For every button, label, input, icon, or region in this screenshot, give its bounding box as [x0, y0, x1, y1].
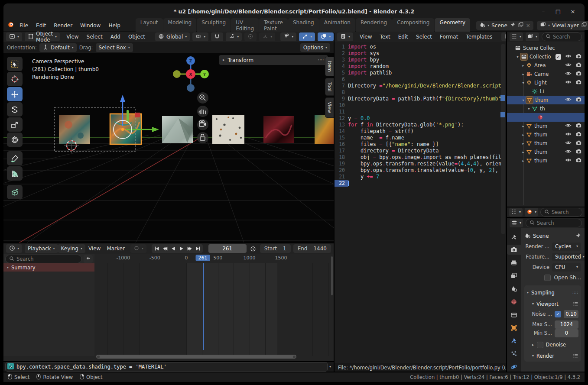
menu-edit[interactable]: Edit: [32, 21, 50, 30]
properties-editor-type-button[interactable]: ▾: [510, 219, 523, 227]
expand-arrow-icon[interactable]: ▾: [515, 55, 520, 59]
feature-dropdown[interactable]: Supported▾: [552, 253, 585, 261]
tool-scale-button[interactable]: [7, 117, 23, 132]
hide-eye-icon[interactable]: [565, 157, 572, 165]
stopwatch-icon[interactable]: [249, 245, 257, 252]
sampling-panel-header[interactable]: ▾Sampling ∷∷: [527, 288, 578, 298]
properties-search-input[interactable]: Search: [526, 219, 582, 227]
sidebar-tab-item[interactable]: Item: [325, 57, 334, 76]
text-menu-edit[interactable]: Edit: [394, 32, 412, 41]
expand-arrow-icon[interactable]: ▸: [521, 64, 526, 68]
disable-render-icon[interactable]: [575, 122, 582, 130]
new-viewlayer-icon[interactable]: [581, 22, 587, 29]
code-line[interactable]: 19 bpy.ops.transform.resize(value=(4,4,4…: [335, 161, 506, 167]
expand-arrow-icon[interactable]: ▸: [521, 72, 526, 76]
panel-grip[interactable]: ∷∷: [573, 291, 578, 295]
code-line[interactable]: 7Directory ="/home/gini/Dev/Blender/Blen…: [335, 83, 506, 89]
code-line[interactable]: 4import random: [335, 63, 506, 70]
tool-orientation-dropdown[interactable]: Default▾: [39, 43, 77, 52]
close-button[interactable]: ×: [567, 7, 578, 16]
properties-tab-object[interactable]: [507, 323, 521, 333]
outliner-row-thum[interactable]: ▸thum: [507, 156, 585, 165]
disable-render-icon[interactable]: [575, 53, 582, 61]
proportional-edit-toggle[interactable]: [244, 32, 257, 41]
expand-arrow-icon[interactable]: ▾: [521, 81, 526, 85]
expand-arrow-icon[interactable]: ▸: [521, 150, 526, 154]
expand-arrow-icon[interactable]: ▾: [526, 107, 531, 111]
disable-render-icon[interactable]: [575, 139, 582, 147]
workspace-tab-shading[interactable]: Shading: [288, 18, 319, 33]
outliner-row-th[interactable]: ▾th: [507, 104, 585, 113]
outliner-row-thum[interactable]: ▸thum: [507, 122, 585, 130]
code-line[interactable]: 11: [335, 109, 506, 115]
tool-move-button[interactable]: [7, 87, 23, 101]
tool-cursor-button[interactable]: [7, 72, 23, 86]
hide-eye-icon[interactable]: [565, 53, 572, 61]
outliner-filter-button[interactable]: ▾: [526, 32, 539, 41]
unlink-scene-icon[interactable]: ×: [526, 23, 530, 29]
code-line[interactable]: 22: [335, 180, 506, 187]
visibility-dropdown[interactable]: ▾: [280, 32, 296, 41]
workspace-tab-compositing[interactable]: Compositing: [392, 18, 434, 33]
code-line[interactable]: 14 filepath = str(f): [335, 128, 506, 135]
disable-render-icon[interactable]: [575, 96, 582, 104]
viewlayer-selector[interactable]: ▾ ViewLayer ×: [537, 21, 588, 30]
disable-render-icon[interactable]: [575, 148, 582, 156]
jump-to-start-button[interactable]: [153, 245, 161, 252]
denoise-panel-header[interactable]: ▸ Denoise: [532, 340, 578, 349]
properties-tab-collection[interactable]: [507, 310, 521, 320]
properties-tab-tool[interactable]: [507, 232, 521, 242]
hide-eye-icon[interactable]: [565, 131, 572, 139]
disable-render-icon[interactable]: [575, 157, 582, 165]
collection-checkbox[interactable]: ✓: [556, 54, 561, 60]
code-line[interactable]: 5import pathlib: [335, 70, 506, 76]
workspace-tab-animation[interactable]: Animation: [319, 18, 355, 33]
text-menu-view[interactable]: View: [356, 32, 376, 41]
snap-dropdown[interactable]: ▾: [226, 32, 242, 41]
properties-tab-viewlayer[interactable]: [507, 271, 521, 281]
code-line[interactable]: 9DirectoryData = pathlib.Path(f"{Directo…: [335, 96, 506, 102]
workspace-tab-uv-editing[interactable]: UV Editing: [231, 18, 259, 33]
outliner-row-scene-collec[interactable]: Scene Collec: [507, 44, 585, 52]
outliner-row-thum[interactable]: ▸thum: [507, 139, 585, 148]
orientation-dropdown[interactable]: Global▾: [155, 32, 190, 41]
min-samples-value[interactable]: 0: [555, 329, 578, 337]
properties-tab-render[interactable]: [507, 245, 521, 255]
timeline-menu-playback[interactable]: Playback▾: [25, 244, 58, 253]
new-scene-icon[interactable]: [518, 22, 524, 29]
current-frame-field[interactable]: 261: [208, 244, 247, 253]
timeline-hscrollbar[interactable]: [96, 355, 296, 359]
code-line[interactable]: 17 directory = DirectoryData: [335, 148, 506, 154]
code-area[interactable]: 1import os2import sys3import bpy4import …: [335, 42, 506, 363]
timeline-search-input[interactable]: Search: [5, 255, 82, 263]
outliner2-display-mode-button[interactable]: ▾: [509, 208, 523, 217]
code-line[interactable]: 1import os: [335, 44, 506, 50]
minimize-button[interactable]: –: [538, 7, 549, 16]
expand-arrow-icon[interactable]: ▸: [521, 124, 526, 128]
menu-file[interactable]: File: [16, 21, 32, 30]
expand-arrow-icon[interactable]: ▸: [521, 159, 526, 163]
editor-type-button[interactable]: ▾: [6, 32, 22, 41]
workspace-tab-geometry[interactable]: Geometry: [435, 18, 470, 33]
prev-keyframe-button[interactable]: [161, 245, 169, 252]
text-menu-format[interactable]: Format: [436, 32, 462, 41]
disable-render-icon[interactable]: [575, 61, 582, 69]
hide-eye-icon[interactable]: [565, 70, 572, 78]
sidebar-tab-tool[interactable]: Tool: [325, 78, 334, 96]
code-line[interactable]: 15 name = f.name: [335, 135, 506, 141]
outliner2-filter-button[interactable]: ▾: [525, 208, 538, 217]
viewport-menu-object[interactable]: Object: [124, 32, 149, 41]
device-dropdown[interactable]: CPU▾: [552, 263, 581, 272]
hide-eye-icon[interactable]: [565, 122, 572, 130]
viewport-menu-add[interactable]: Add: [107, 32, 124, 41]
workspace-tab-texture-paint[interactable]: Texture Paint: [259, 18, 288, 33]
sidebar-tab-view[interactable]: View: [325, 97, 334, 117]
noise-threshold-value[interactable]: 0.10: [564, 310, 578, 318]
osl-checkbox[interactable]: [544, 275, 551, 281]
properties-tab-modifiers[interactable]: [507, 336, 521, 346]
next-keyframe-button[interactable]: [185, 245, 194, 252]
properties-tab-physics[interactable]: [507, 362, 521, 372]
timeline-grid[interactable]: -1000-500050010001500261: [94, 254, 334, 356]
text-menu-select[interactable]: Select: [412, 32, 436, 41]
outliner-row-thum[interactable]: ▾thum: [507, 96, 585, 104]
